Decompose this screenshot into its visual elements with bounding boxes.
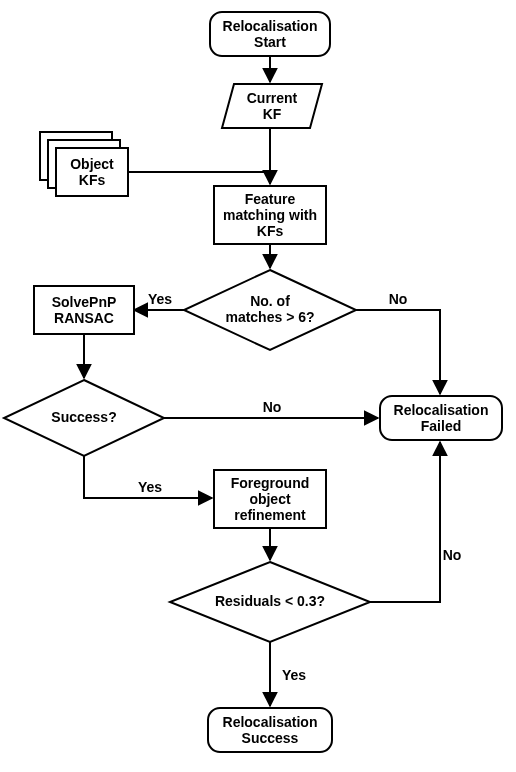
node-decmatches-line2: matches > 6? [225, 309, 314, 325]
label-decsuccess-no: No [263, 399, 282, 415]
node-fgrefine-line3: refinement [234, 507, 306, 523]
node-start: Relocalisation Start [210, 12, 330, 56]
node-feat-match: Feature matching with KFs [214, 186, 326, 244]
node-dec-success: Success? [4, 380, 164, 456]
node-success-line1: Relocalisation [223, 714, 318, 730]
node-currentkf-line1: Current [247, 90, 298, 106]
label-decresid-yes: Yes [282, 667, 306, 683]
node-failed: Relocalisation Failed [380, 396, 502, 440]
node-currentkf-line2: KF [263, 106, 282, 122]
node-failed-line1: Relocalisation [394, 402, 489, 418]
node-objectkfs-line2: KFs [79, 172, 106, 188]
node-featmatch-line3: KFs [257, 223, 284, 239]
node-decresid-line1: Residuals < 0.3? [215, 593, 325, 609]
node-solvepnp: SolvePnP RANSAC [34, 286, 134, 334]
node-solvepnp-line1: SolvePnP [52, 294, 117, 310]
node-fgrefine-line2: object [249, 491, 291, 507]
node-featmatch-line2: matching with [223, 207, 317, 223]
node-current-kf: Current KF [222, 84, 322, 128]
node-failed-line2: Failed [421, 418, 461, 434]
node-objectkfs-line1: Object [70, 156, 114, 172]
label-decmatches-no: No [389, 291, 408, 307]
node-decsuccess-line1: Success? [51, 409, 116, 425]
node-dec-resid: Residuals < 0.3? [170, 562, 370, 642]
flowchart: Relocalisation Start Current KF Object K… [0, 0, 516, 772]
node-featmatch-line1: Feature [245, 191, 296, 207]
edge-decresid-no [370, 442, 440, 602]
label-decresid-no: No [443, 547, 462, 563]
edge-decmatches-no [356, 310, 440, 394]
node-solvepnp-line2: RANSAC [54, 310, 114, 326]
node-decmatches-line1: No. of [250, 293, 290, 309]
node-success: Relocalisation Success [208, 708, 332, 752]
label-decmatches-yes: Yes [148, 291, 172, 307]
node-success-line2: Success [242, 730, 299, 746]
node-fgrefine-line1: Foreground [231, 475, 310, 491]
node-start-line2: Start [254, 34, 286, 50]
label-decsuccess-yes: Yes [138, 479, 162, 495]
node-object-kfs: Object KFs [40, 132, 128, 196]
node-dec-matches: No. of matches > 6? [184, 270, 356, 350]
node-fg-refine: Foreground object refinement [214, 470, 326, 528]
node-start-line1: Relocalisation [223, 18, 318, 34]
